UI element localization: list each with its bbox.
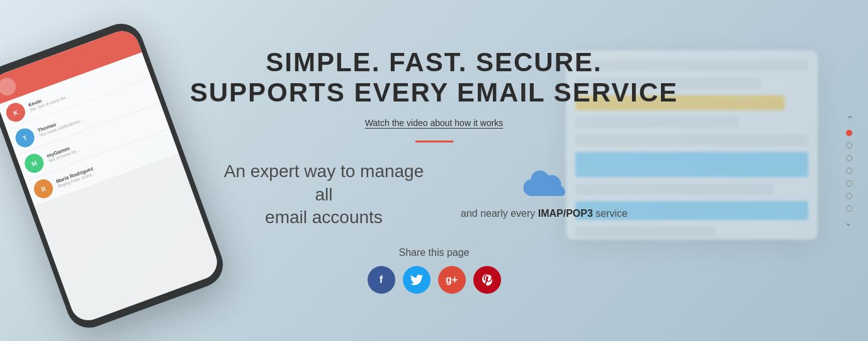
expert-text: An expert way to manage all email accoun…	[214, 160, 434, 229]
headline: SIMPLE. FAST. SECURE. SUPPORTS EVERY EMA…	[190, 47, 679, 108]
googleplus-share-button[interactable]: g+	[438, 266, 466, 294]
pinterest-share-button[interactable]	[473, 266, 501, 294]
nav-dot-4[interactable]	[846, 168, 852, 174]
nav-dot-7[interactable]	[846, 205, 852, 212]
expert-text-block: An expert way to manage all email accoun…	[214, 160, 434, 229]
social-buttons: f g+	[368, 266, 501, 294]
imap-section: and nearly every IMAP/POP3 service	[434, 170, 655, 219]
right-nav: › ›	[843, 111, 855, 231]
headline-line2: SUPPORTS EVERY EMAIL SERVICE	[190, 78, 679, 108]
nav-up-arrow[interactable]: ›	[843, 111, 855, 124]
nav-dot-6[interactable]	[846, 193, 852, 199]
nav-down-arrow[interactable]: ›	[843, 218, 855, 231]
facebook-share-button[interactable]: f	[368, 266, 395, 294]
nav-dot-1[interactable]	[846, 130, 852, 136]
nav-dot-5[interactable]	[846, 180, 852, 187]
nav-dot-3[interactable]	[846, 155, 852, 161]
cloud-icon	[522, 170, 566, 202]
middle-section: An expert way to manage all email accoun…	[214, 160, 655, 229]
nav-dot-2[interactable]	[846, 142, 852, 149]
main-content: SIMPLE. FAST. SECURE. SUPPORTS EVERY EMA…	[0, 0, 868, 341]
share-section: Share this page f g+	[368, 247, 501, 294]
twitter-share-button[interactable]	[403, 266, 431, 294]
imap-text: and nearly every IMAP/POP3 service	[461, 208, 628, 219]
headline-line1: SIMPLE. FAST. SECURE.	[190, 47, 679, 78]
watch-video-link[interactable]: Watch the video about how it works	[365, 118, 504, 128]
red-divider	[415, 141, 453, 142]
share-label: Share this page	[368, 247, 501, 258]
